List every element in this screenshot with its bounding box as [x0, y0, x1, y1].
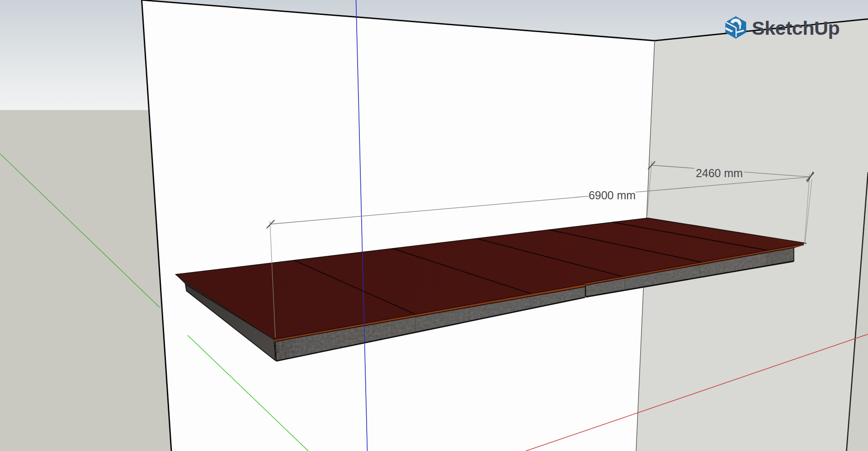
svg-text:SketchUp: SketchUp	[752, 17, 840, 39]
svg-text:6900 mm: 6900 mm	[589, 189, 636, 202]
svg-text:2460 mm: 2460 mm	[696, 167, 743, 179]
